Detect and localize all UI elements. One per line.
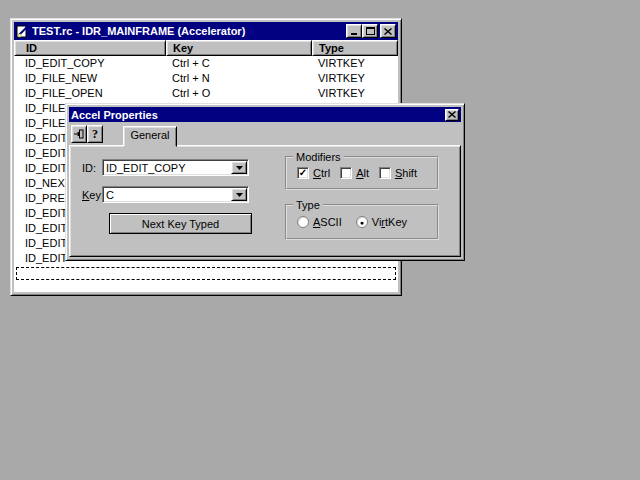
minimize-button[interactable] [346,24,362,38]
modifiers-group: Modifiers ✓ Ctrl Alt Shift [285,156,439,190]
cell-key: Ctrl + C [166,56,312,71]
type-group-label: Type [293,199,323,211]
desktop: TEST.rc - IDR_MAINFRAME (Accelerator) ID [0,0,640,480]
new-entry-placeholder[interactable] [16,267,396,280]
checkbox-ctrl[interactable]: ✓ Ctrl [297,167,330,179]
dropdown-arrow-icon [236,166,243,170]
next-key-typed-label: Next Key Typed [142,218,219,230]
dialog-titlebar[interactable]: Accel Properties [69,107,461,122]
key-combobox[interactable]: C [102,186,249,203]
minimize-icon [351,33,357,35]
checkbox-label-ctrl: Ctrl [313,167,330,179]
column-header-key[interactable]: Key [166,40,312,56]
cell-id: ID_EDIT_COPY [14,56,166,71]
window-title: TEST.rc - IDR_MAINFRAME (Accelerator) [32,25,343,37]
checkbox-label-shift: Shift [395,167,417,179]
id-combobox[interactable]: ID_EDIT_COPY [102,159,249,176]
pin-button[interactable] [71,125,87,143]
cell-id: ID_FILE_OPEN [14,86,166,101]
table-row[interactable]: ID_EDIT_COPYCtrl + CVIRTKEY [14,56,398,71]
cell-type: VIRTKEY [312,71,398,86]
accel-properties-dialog: Accel Properties ? General ID: ID_EDIT_C [65,103,465,261]
close-icon [448,111,456,118]
checkbox-box-shift[interactable] [379,167,391,179]
checkbox-alt[interactable]: Alt [340,167,369,179]
maximize-icon [366,27,375,35]
cell-type: VIRTKEY [312,86,398,101]
key-dropdown-button[interactable] [231,188,247,201]
radio-virtkey[interactable]: ● VirtKey [356,216,407,228]
dialog-close-button[interactable] [445,109,459,121]
general-tab-panel: ID: ID_EDIT_COPY Key: C Next Key Typed M… [69,145,461,257]
id-dropdown-button[interactable] [231,161,247,174]
maximize-button[interactable] [362,24,378,38]
modifiers-group-label: Modifiers [293,151,344,163]
column-header-id[interactable]: ID [14,40,166,56]
close-button[interactable] [380,24,396,38]
radio-dot-icon: ● [360,219,364,226]
titlebar-buttons [346,24,396,38]
help-icon: ? [92,127,98,142]
id-label: ID: [82,163,96,174]
column-header-type[interactable]: Type [312,40,398,56]
radio-circle-ascii[interactable] [297,216,309,228]
cell-key: Ctrl + O [166,86,312,101]
cell-type: VIRTKEY [312,56,398,71]
id-combobox-value: ID_EDIT_COPY [106,162,229,174]
key-label: Key: [82,190,104,201]
key-combobox-value: C [106,189,229,201]
help-button[interactable]: ? [87,125,103,143]
checkbox-box-ctrl[interactable]: ✓ [297,167,309,179]
tab-general[interactable]: General [123,126,177,147]
checkbox-box-alt[interactable] [340,167,352,179]
table-row[interactable]: ID_FILE_NEWCtrl + NVIRTKEY [14,71,398,86]
cell-id: ID_FILE_NEW [14,71,166,86]
close-icon [384,28,392,35]
checkbox-label-alt: Alt [356,167,369,179]
tab-label: General [130,129,169,141]
radio-label-ascii: ASCII [313,216,342,228]
table-row[interactable]: ID_FILE_OPENCtrl + OVIRTKEY [14,86,398,101]
checkbox-shift[interactable]: Shift [379,167,417,179]
cell-key: Ctrl + N [166,71,312,86]
checkmark-icon: ✓ [299,168,307,178]
next-key-typed-button[interactable]: Next Key Typed [109,213,252,234]
type-group: Type ASCII ● VirtKey [285,204,439,240]
radio-label-virtkey: VirtKey [372,216,407,228]
dialog-title: Accel Properties [71,109,445,121]
radio-circle-virtkey[interactable]: ● [356,216,368,228]
main-titlebar[interactable]: TEST.rc - IDR_MAINFRAME (Accelerator) [14,22,398,40]
table-header: ID Key Type [14,40,398,56]
radio-ascii[interactable]: ASCII [297,216,342,228]
app-icon[interactable] [16,25,29,38]
dropdown-arrow-icon [236,193,243,197]
pushpin-icon [73,128,85,140]
